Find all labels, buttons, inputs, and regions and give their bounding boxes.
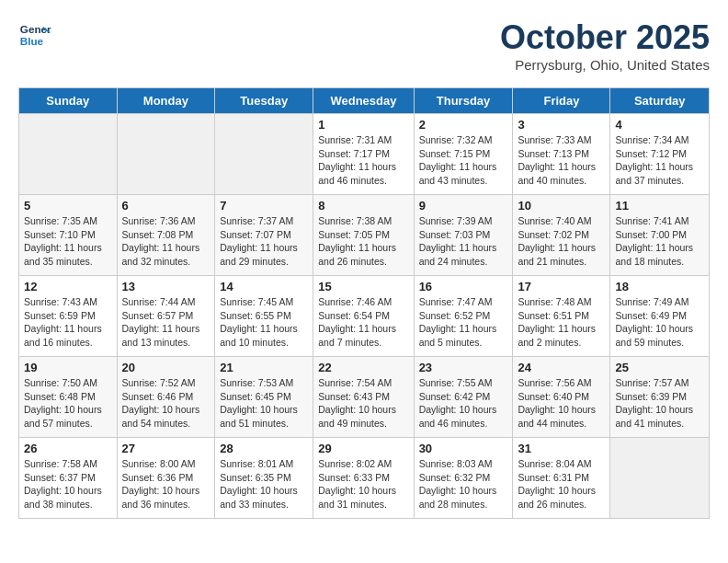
day-number: 3 bbox=[518, 118, 605, 132]
day-info: Sunrise: 7:33 AM Sunset: 7:13 PM Dayligh… bbox=[518, 133, 605, 188]
day-info: Sunrise: 7:57 AM Sunset: 6:39 PM Dayligh… bbox=[615, 376, 704, 431]
weekday-header-saturday: Saturday bbox=[610, 88, 710, 114]
day-number: 27 bbox=[122, 442, 210, 455]
day-info: Sunrise: 7:40 AM Sunset: 7:02 PM Dayligh… bbox=[518, 214, 605, 269]
day-info: Sunrise: 7:49 AM Sunset: 6:49 PM Dayligh… bbox=[615, 295, 704, 350]
calendar-cell: 7Sunrise: 7:37 AM Sunset: 7:07 PM Daylig… bbox=[215, 195, 313, 276]
day-info: Sunrise: 7:31 AM Sunset: 7:17 PM Dayligh… bbox=[318, 133, 408, 188]
day-info: Sunrise: 7:44 AM Sunset: 6:57 PM Dayligh… bbox=[122, 295, 210, 350]
weekday-header-row: SundayMondayTuesdayWednesdayThursdayFrid… bbox=[19, 88, 710, 114]
calendar-cell: 13Sunrise: 7:44 AM Sunset: 6:57 PM Dayli… bbox=[117, 276, 215, 357]
calendar-cell bbox=[610, 438, 710, 519]
day-number: 5 bbox=[24, 199, 112, 213]
day-info: Sunrise: 7:43 AM Sunset: 6:59 PM Dayligh… bbox=[24, 295, 112, 350]
title-block: October 2025 Perrysburg, Ohio, United St… bbox=[500, 18, 710, 73]
day-info: Sunrise: 7:52 AM Sunset: 6:46 PM Dayligh… bbox=[122, 376, 210, 431]
day-info: Sunrise: 7:41 AM Sunset: 7:00 PM Dayligh… bbox=[615, 214, 704, 269]
day-number: 20 bbox=[122, 361, 210, 374]
day-number: 28 bbox=[220, 442, 308, 455]
day-number: 19 bbox=[24, 361, 112, 374]
calendar-cell bbox=[19, 114, 118, 195]
calendar-cell: 29Sunrise: 8:02 AM Sunset: 6:33 PM Dayli… bbox=[313, 438, 414, 519]
logo-icon: General Blue bbox=[18, 18, 51, 52]
calendar-week-1: 1Sunrise: 7:31 AM Sunset: 7:17 PM Daylig… bbox=[19, 114, 710, 195]
day-number: 31 bbox=[518, 442, 605, 455]
day-number: 29 bbox=[318, 442, 408, 455]
day-info: Sunrise: 7:35 AM Sunset: 7:10 PM Dayligh… bbox=[24, 214, 112, 269]
calendar-cell: 5Sunrise: 7:35 AM Sunset: 7:10 PM Daylig… bbox=[19, 195, 118, 276]
day-info: Sunrise: 8:02 AM Sunset: 6:33 PM Dayligh… bbox=[318, 457, 408, 511]
logo: General Blue bbox=[18, 18, 51, 52]
day-number: 21 bbox=[220, 361, 308, 374]
calendar-cell: 2Sunrise: 7:32 AM Sunset: 7:15 PM Daylig… bbox=[414, 114, 513, 195]
day-info: Sunrise: 7:47 AM Sunset: 6:52 PM Dayligh… bbox=[419, 295, 508, 350]
calendar-cell bbox=[117, 114, 215, 195]
day-number: 16 bbox=[419, 280, 508, 293]
day-number: 26 bbox=[24, 442, 112, 455]
weekday-header-wednesday: Wednesday bbox=[313, 88, 414, 114]
day-number: 30 bbox=[419, 442, 508, 455]
day-number: 4 bbox=[615, 118, 704, 132]
calendar-cell: 14Sunrise: 7:45 AM Sunset: 6:55 PM Dayli… bbox=[215, 276, 313, 357]
day-info: Sunrise: 8:01 AM Sunset: 6:35 PM Dayligh… bbox=[220, 457, 308, 511]
weekday-header-monday: Monday bbox=[117, 88, 215, 114]
calendar-cell bbox=[215, 114, 313, 195]
calendar-cell: 23Sunrise: 7:55 AM Sunset: 6:42 PM Dayli… bbox=[414, 357, 513, 438]
day-info: Sunrise: 7:58 AM Sunset: 6:37 PM Dayligh… bbox=[24, 457, 112, 511]
day-info: Sunrise: 7:55 AM Sunset: 6:42 PM Dayligh… bbox=[419, 376, 508, 431]
day-info: Sunrise: 7:54 AM Sunset: 6:43 PM Dayligh… bbox=[318, 376, 408, 431]
calendar-cell: 31Sunrise: 8:04 AM Sunset: 6:31 PM Dayli… bbox=[513, 438, 610, 519]
day-number: 11 bbox=[615, 199, 704, 213]
day-number: 6 bbox=[122, 199, 210, 213]
calendar-cell: 21Sunrise: 7:53 AM Sunset: 6:45 PM Dayli… bbox=[215, 357, 313, 438]
day-info: Sunrise: 7:45 AM Sunset: 6:55 PM Dayligh… bbox=[220, 295, 308, 350]
day-number: 7 bbox=[220, 199, 308, 213]
calendar-cell: 20Sunrise: 7:52 AM Sunset: 6:46 PM Dayli… bbox=[117, 357, 215, 438]
day-info: Sunrise: 7:36 AM Sunset: 7:08 PM Dayligh… bbox=[122, 214, 210, 269]
calendar-cell: 6Sunrise: 7:36 AM Sunset: 7:08 PM Daylig… bbox=[117, 195, 215, 276]
day-number: 2 bbox=[419, 118, 508, 132]
weekday-header-friday: Friday bbox=[513, 88, 610, 114]
calendar-cell: 16Sunrise: 7:47 AM Sunset: 6:52 PM Dayli… bbox=[414, 276, 513, 357]
day-number: 12 bbox=[24, 280, 112, 293]
calendar-cell: 27Sunrise: 8:00 AM Sunset: 6:36 PM Dayli… bbox=[117, 438, 215, 519]
day-info: Sunrise: 8:03 AM Sunset: 6:32 PM Dayligh… bbox=[419, 457, 508, 511]
day-number: 24 bbox=[518, 361, 605, 374]
location: Perrysburg, Ohio, United States bbox=[500, 57, 710, 73]
calendar-cell: 17Sunrise: 7:48 AM Sunset: 6:51 PM Dayli… bbox=[513, 276, 610, 357]
calendar-week-2: 5Sunrise: 7:35 AM Sunset: 7:10 PM Daylig… bbox=[19, 195, 710, 276]
calendar-table: SundayMondayTuesdayWednesdayThursdayFrid… bbox=[18, 87, 710, 519]
calendar-cell: 24Sunrise: 7:56 AM Sunset: 6:40 PM Dayli… bbox=[513, 357, 610, 438]
day-info: Sunrise: 8:04 AM Sunset: 6:31 PM Dayligh… bbox=[518, 457, 605, 511]
day-number: 13 bbox=[122, 280, 210, 293]
day-number: 22 bbox=[318, 361, 408, 374]
calendar-week-4: 19Sunrise: 7:50 AM Sunset: 6:48 PM Dayli… bbox=[19, 357, 710, 438]
day-info: Sunrise: 7:46 AM Sunset: 6:54 PM Dayligh… bbox=[318, 295, 408, 350]
day-info: Sunrise: 7:56 AM Sunset: 6:40 PM Dayligh… bbox=[518, 376, 605, 431]
calendar-week-5: 26Sunrise: 7:58 AM Sunset: 6:37 PM Dayli… bbox=[19, 438, 710, 519]
day-number: 23 bbox=[419, 361, 508, 374]
month-title: October 2025 bbox=[500, 18, 710, 57]
day-number: 1 bbox=[318, 118, 408, 132]
page-header: General Blue October 2025 Perrysburg, Oh… bbox=[18, 18, 710, 73]
day-info: Sunrise: 7:34 AM Sunset: 7:12 PM Dayligh… bbox=[615, 133, 704, 188]
calendar-cell: 30Sunrise: 8:03 AM Sunset: 6:32 PM Dayli… bbox=[414, 438, 513, 519]
calendar-cell: 4Sunrise: 7:34 AM Sunset: 7:12 PM Daylig… bbox=[610, 114, 710, 195]
day-number: 10 bbox=[518, 199, 605, 213]
svg-text:Blue: Blue bbox=[20, 35, 44, 47]
day-number: 14 bbox=[220, 280, 308, 293]
calendar-cell: 8Sunrise: 7:38 AM Sunset: 7:05 PM Daylig… bbox=[313, 195, 414, 276]
weekday-header-sunday: Sunday bbox=[19, 88, 118, 114]
calendar-cell: 26Sunrise: 7:58 AM Sunset: 6:37 PM Dayli… bbox=[19, 438, 118, 519]
calendar-cell: 22Sunrise: 7:54 AM Sunset: 6:43 PM Dayli… bbox=[313, 357, 414, 438]
calendar-cell: 28Sunrise: 8:01 AM Sunset: 6:35 PM Dayli… bbox=[215, 438, 313, 519]
calendar-cell: 1Sunrise: 7:31 AM Sunset: 7:17 PM Daylig… bbox=[313, 114, 414, 195]
day-info: Sunrise: 7:37 AM Sunset: 7:07 PM Dayligh… bbox=[220, 214, 308, 269]
day-number: 15 bbox=[318, 280, 408, 293]
calendar-cell: 19Sunrise: 7:50 AM Sunset: 6:48 PM Dayli… bbox=[19, 357, 118, 438]
day-info: Sunrise: 7:50 AM Sunset: 6:48 PM Dayligh… bbox=[24, 376, 112, 431]
calendar-cell: 11Sunrise: 7:41 AM Sunset: 7:00 PM Dayli… bbox=[610, 195, 710, 276]
day-info: Sunrise: 8:00 AM Sunset: 6:36 PM Dayligh… bbox=[122, 457, 210, 511]
day-number: 18 bbox=[615, 280, 704, 293]
calendar-cell: 15Sunrise: 7:46 AM Sunset: 6:54 PM Dayli… bbox=[313, 276, 414, 357]
